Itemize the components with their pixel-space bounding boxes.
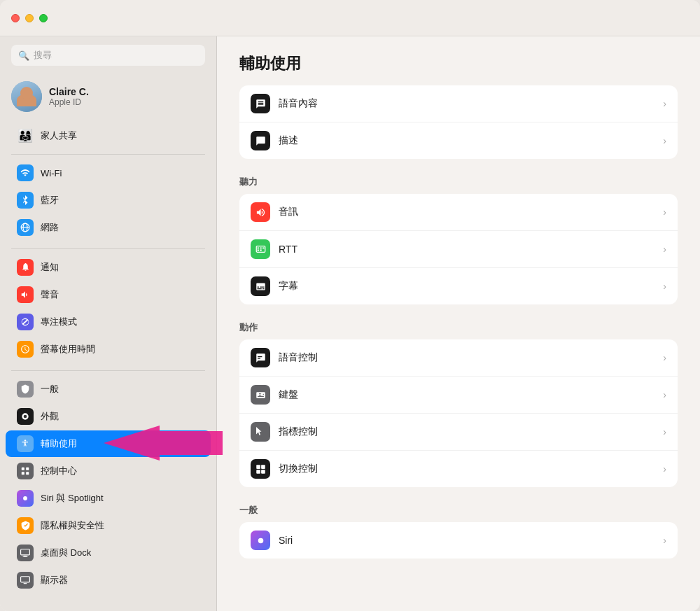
- screentime-icon: [17, 341, 34, 358]
- sidebar-item-focus[interactable]: 專注模式: [6, 309, 211, 335]
- chevron-icon: ›: [663, 281, 666, 292]
- search-input[interactable]: 搜尋: [34, 49, 52, 62]
- chevron-icon: ›: [663, 463, 666, 475]
- minimize-button[interactable]: [25, 14, 34, 22]
- sidebar-item-label: 一般: [41, 383, 59, 395]
- sidebar-item-wifi[interactable]: Wi-Fi: [6, 160, 211, 186]
- sidebar-section-network: Wi-Fi 藍牙: [0, 159, 216, 241]
- content-area: 🔍 搜尋 Claire C. Apple ID 👨‍👩‍👧 家人共享: [0, 36, 700, 611]
- settings-row-captions[interactable]: 字幕 ›: [239, 268, 678, 304]
- sidebar-item-display[interactable]: 顯示器: [6, 567, 211, 594]
- sidebar-item-bluetooth[interactable]: 藍牙: [6, 187, 211, 213]
- wifi-icon: [17, 164, 34, 181]
- sidebar-item-label: 通知: [41, 261, 59, 274]
- sidebar-item-label: Wi-Fi: [41, 168, 62, 178]
- general-icon: [17, 381, 34, 398]
- svg-rect-6: [22, 468, 24, 470]
- row-label: 指標控制: [279, 426, 654, 438]
- controlcenter-icon: [17, 463, 34, 479]
- svg-rect-14: [21, 577, 30, 582]
- settings-row-audio[interactable]: 音訊 ›: [239, 194, 678, 231]
- profile-subtitle: Apple ID: [49, 97, 89, 107]
- chevron-icon: ›: [663, 244, 666, 255]
- chevron-icon: ›: [663, 426, 666, 437]
- section-header-general: 一般: [239, 504, 678, 517]
- bluetooth-icon: [17, 192, 34, 209]
- svg-rect-17: [257, 247, 259, 248]
- sidebar-item-label: 藍牙: [41, 194, 59, 206]
- search-icon: 🔍: [18, 50, 29, 61]
- keyboard-icon: [251, 385, 270, 405]
- sidebar-item-label: 外觀: [41, 410, 59, 423]
- sidebar-divider: [11, 154, 205, 155]
- sidebar-item-label: 聲音: [41, 288, 59, 301]
- sidebar: 🔍 搜尋 Claire C. Apple ID 👨‍👩‍👧 家人共享: [0, 36, 217, 611]
- accessibility-icon: [17, 435, 34, 452]
- svg-rect-23: [261, 465, 265, 469]
- sidebar-item-appearance[interactable]: 外觀: [6, 403, 211, 430]
- sidebar-item-controlcenter[interactable]: 控制中心: [6, 458, 211, 484]
- chevron-icon: ›: [663, 98, 666, 109]
- settings-row-keyboard[interactable]: 鍵盤 ›: [239, 377, 678, 414]
- siri-main-icon: [251, 531, 270, 550]
- avatar: [11, 81, 42, 112]
- main-content: 輔助使用 語音內容 ›: [217, 36, 700, 611]
- titlebar: [0, 0, 700, 36]
- sidebar-divider-3: [11, 370, 205, 371]
- privacy-icon: [17, 517, 34, 534]
- sidebar-item-desktop[interactable]: 桌面與 Dock: [6, 540, 211, 566]
- sidebar-item-label: 輔助使用: [41, 437, 77, 450]
- sound-icon: [17, 286, 34, 303]
- settings-row-rtt[interactable]: RTT ›: [239, 231, 678, 268]
- svg-rect-24: [256, 470, 260, 474]
- sidebar-item-screentime[interactable]: 螢幕使用時間: [6, 336, 211, 363]
- maximize-button[interactable]: [39, 14, 48, 22]
- svg-point-26: [258, 538, 263, 543]
- settings-row-switch-control[interactable]: 切換控制 ›: [239, 451, 678, 487]
- sidebar-item-privacy[interactable]: 隱私權與安全性: [6, 512, 211, 539]
- siri-icon: [17, 490, 34, 507]
- family-icon: 👨‍👩‍👧: [17, 127, 34, 144]
- row-label: 描述: [279, 134, 654, 147]
- settings-group-vision-top: 語音內容 › 描述 ›: [239, 85, 678, 159]
- settings-row-voice-control[interactable]: 語音控制 ›: [239, 339, 678, 377]
- svg-rect-22: [256, 465, 260, 469]
- section-header-motor: 動作: [239, 321, 678, 334]
- chevron-icon: ›: [663, 535, 666, 546]
- sidebar-item-general[interactable]: 一般: [6, 376, 211, 402]
- sidebar-item-notifications[interactable]: 通知: [6, 254, 211, 281]
- settings-row-describe[interactable]: 描述 ›: [239, 122, 678, 159]
- svg-rect-7: [26, 468, 29, 470]
- pointer-control-icon: [251, 422, 270, 442]
- desktop-icon: [17, 545, 34, 561]
- rtt-icon: [251, 239, 270, 259]
- settings-row-pointer-control[interactable]: 指標控制 ›: [239, 414, 678, 451]
- profile-info: Claire C. Apple ID: [49, 86, 89, 107]
- sidebar-item-label: 控制中心: [41, 465, 77, 477]
- sidebar-item-label: 網路: [41, 221, 59, 234]
- sidebar-item-label: 專注模式: [41, 316, 77, 328]
- network-icon: [17, 219, 34, 236]
- svg-rect-15: [24, 583, 27, 584]
- sidebar-item-sound[interactable]: 聲音: [6, 281, 211, 308]
- close-button[interactable]: [11, 14, 20, 22]
- settings-row-voice-content[interactable]: 語音內容 ›: [239, 85, 678, 122]
- sidebar-item-siri[interactable]: Siri 與 Spotlight: [6, 485, 211, 512]
- traffic-lights: [11, 14, 48, 22]
- notifications-icon: [17, 259, 34, 276]
- svg-point-5: [24, 440, 26, 441]
- chevron-icon: ›: [663, 389, 666, 400]
- profile-section[interactable]: Claire C. Apple ID: [0, 74, 216, 119]
- row-label: 字幕: [279, 280, 654, 293]
- sidebar-item-label: Siri 與 Spotlight: [41, 492, 104, 505]
- row-label: RTT: [279, 244, 654, 255]
- sidebar-item-family[interactable]: 👨‍👩‍👧 家人共享: [6, 122, 211, 149]
- sidebar-item-network[interactable]: 網路: [6, 214, 211, 241]
- sidebar-item-label: 隱私權與安全性: [41, 519, 104, 532]
- chevron-icon: ›: [663, 135, 666, 146]
- search-bar[interactable]: 🔍 搜尋: [11, 45, 205, 66]
- row-label: 音訊: [279, 206, 654, 218]
- sidebar-item-accessibility[interactable]: 輔助使用: [6, 430, 211, 457]
- settings-row-siri[interactable]: Siri ›: [239, 522, 678, 559]
- window: 🔍 搜尋 Claire C. Apple ID 👨‍👩‍👧 家人共享: [0, 0, 700, 611]
